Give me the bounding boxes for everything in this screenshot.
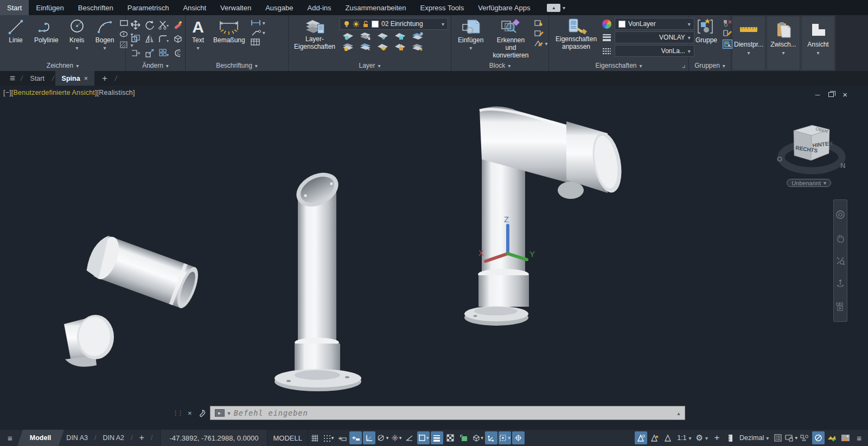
circle-button[interactable]: Kreis ▾ [64, 17, 90, 52]
object-color-dropdown[interactable]: VonLayer ▾ [615, 18, 694, 30]
navigation-wheel-icon[interactable] [835, 210, 845, 219]
file-tab-close-icon[interactable]: × [84, 75, 88, 82]
ribbon-minimize-control[interactable]: ▴ ▾ [547, 0, 565, 15]
model-tab[interactable]: Modell [20, 430, 61, 446]
selection-filtering-toggle[interactable]: ▾ [499, 431, 511, 444]
line-button[interactable]: Linie [3, 17, 29, 46]
leader-tool[interactable]: ▾ [251, 29, 265, 36]
lock-ui-toggle[interactable]: ▾ [785, 431, 797, 444]
object-snap-tracking-toggle[interactable]: ▾ [390, 431, 403, 444]
file-tab-menu-icon[interactable]: ≡ [5, 73, 20, 84]
panel-label-gruppen[interactable]: Gruppen▾ [689, 60, 731, 71]
statusbar-customization-icon[interactable]: ≡ [852, 434, 868, 443]
annotation-visibility-toggle[interactable] [635, 431, 647, 444]
arc-button[interactable]: Bogen ▾ [92, 17, 118, 52]
attribute-define-tool[interactable] [534, 19, 547, 27]
layout-tab-din-a3[interactable]: DIN A3 [61, 434, 93, 442]
recent-commands-caret-icon[interactable]: ▾ [228, 410, 231, 416]
ribbon-tab-einfuegen[interactable]: Einfügen [29, 0, 71, 15]
minimize-icon[interactable]: ─ [815, 91, 820, 99]
units-value[interactable]: Dezimal▾ [737, 434, 771, 442]
ortho-toggle[interactable] [349, 431, 362, 444]
ribbon-minimize-caret-icon[interactable]: ▾ [563, 5, 565, 11]
ribbon-tab-verwalten[interactable]: Verwalten [213, 0, 258, 15]
isolate-objects-toggle[interactable] [799, 431, 811, 444]
linetype-dropdown[interactable]: VonLa... ▾ [615, 45, 694, 57]
pan-icon[interactable] [835, 233, 845, 243]
explode-icon[interactable] [173, 34, 183, 44]
polyline-button[interactable]: Polylinie [30, 17, 62, 46]
linetype-list-icon[interactable] [602, 47, 611, 55]
panel-label-beschriftung[interactable]: Beschriftung▾ [186, 60, 288, 71]
object-snap-toggle[interactable]: ▾ [417, 431, 430, 444]
file-tab-spina[interactable]: Spina × [55, 71, 94, 86]
lineweight-toggle[interactable] [431, 431, 443, 444]
command-wrench-icon[interactable] [197, 409, 206, 417]
ribbon-tab-verfuegbare-apps[interactable]: Verfügbare Apps [471, 0, 537, 15]
insert-caret-icon[interactable]: ▾ [469, 45, 472, 51]
panel-zwischenablage-collapsed[interactable]: Zwisch... ▾ [767, 16, 800, 70]
gizmo-toggle[interactable] [512, 431, 525, 444]
model-space-button[interactable]: MODELL [267, 430, 308, 446]
ribbon-tab-express-tools[interactable]: Express Tools [413, 0, 471, 15]
navigation-bar[interactable] [833, 199, 847, 322]
selection-cycling-toggle[interactable] [458, 431, 470, 444]
hardware-acceleration-toggle[interactable] [812, 431, 825, 444]
move-icon[interactable] [130, 20, 141, 30]
object-snap-2d-toggle[interactable] [404, 431, 416, 444]
file-tab-start[interactable]: Start [24, 71, 51, 86]
ribbon-tab-ausgabe[interactable]: Ausgabe [258, 0, 300, 15]
dynamic-input-toggle[interactable] [336, 431, 348, 444]
viewport-visualstyle-control[interactable]: [Realistisch] [97, 89, 135, 96]
command-close-icon[interactable]: × [188, 409, 192, 417]
layer-on-off-icon[interactable] [342, 42, 355, 51]
command-input[interactable] [234, 409, 674, 417]
ribbon-minimize-icon[interactable]: ▴ [547, 4, 560, 12]
panel-expander-icon[interactable] [681, 64, 686, 69]
units-icon[interactable] [724, 431, 737, 444]
linear-dim-tool[interactable]: ▾ [251, 19, 265, 27]
panel-label-layer[interactable]: Layer▾ [289, 60, 451, 71]
circle-caret-icon[interactable]: ▾ [75, 45, 78, 51]
dimension-button[interactable]: Bemaßung [209, 17, 249, 46]
clean-screen-icon[interactable] [839, 431, 852, 444]
ribbon-tab-parametrisch[interactable]: Parametrisch [120, 0, 176, 15]
ribbon-tab-zusammenarbeiten[interactable]: Zusammenarbeiten [339, 0, 413, 15]
layer-color-swatch[interactable] [372, 21, 379, 28]
text-caret-icon[interactable]: ▾ [196, 45, 199, 51]
group-button[interactable]: Gruppe [692, 17, 721, 46]
match-properties-button[interactable]: Eigenschaften anpassen [552, 17, 601, 52]
layer-dropdown-caret-icon[interactable]: ▾ [442, 21, 444, 27]
ribbon-tab-ansicht[interactable]: Ansicht [176, 0, 213, 15]
orbit-icon[interactable] [835, 279, 845, 288]
polar-tracking-toggle[interactable] [363, 431, 375, 444]
copy-icon[interactable] [130, 34, 141, 44]
customization-button[interactable]: + [711, 431, 723, 444]
ribbon-tab-start[interactable]: Start [0, 0, 29, 15]
layer-thaw-icon[interactable] [376, 42, 390, 51]
layer-isolate-icon[interactable] [342, 31, 355, 41]
annotation-autoscale-toggle[interactable] [648, 431, 661, 444]
table-tool[interactable] [251, 38, 265, 46]
layer-on-bulb-icon[interactable] [343, 21, 350, 28]
trim-icon[interactable]: ▾ [158, 20, 170, 30]
block-edit-tool[interactable] [534, 29, 547, 37]
layer-dropdown[interactable]: 02 Einrichtung ▾ [340, 18, 448, 30]
view-selector[interactable]: Unbenannt ▾ [787, 179, 831, 187]
arc-caret-icon[interactable]: ▾ [104, 45, 106, 51]
layer-unisolate-icon[interactable] [359, 31, 372, 41]
rotate-icon[interactable] [144, 20, 155, 30]
stretch-icon[interactable] [130, 48, 141, 59]
layer-sun-icon[interactable] [353, 21, 360, 28]
panel-label-zeichnen[interactable]: Zeichnen▾ [0, 60, 125, 71]
statusbar-menu-icon[interactable]: ≡ [0, 434, 20, 443]
layer-match-icon[interactable] [359, 42, 372, 51]
viewport-view-control[interactable]: Benutzerdefinierte Ansicht [14, 89, 95, 96]
offset-icon[interactable] [173, 48, 183, 59]
command-input-bar[interactable]: ▸ ▾ ▴ [210, 406, 685, 420]
lineweight-dropdown[interactable]: VONLAY ▾ [615, 31, 694, 43]
layout-tab-din-a2[interactable]: DIN A2 [97, 434, 130, 442]
command-history-caret-icon[interactable]: ▴ [678, 410, 680, 416]
layer-lock-icon[interactable] [394, 31, 407, 41]
workspace-switching[interactable]: ⚙▾ [694, 433, 710, 443]
